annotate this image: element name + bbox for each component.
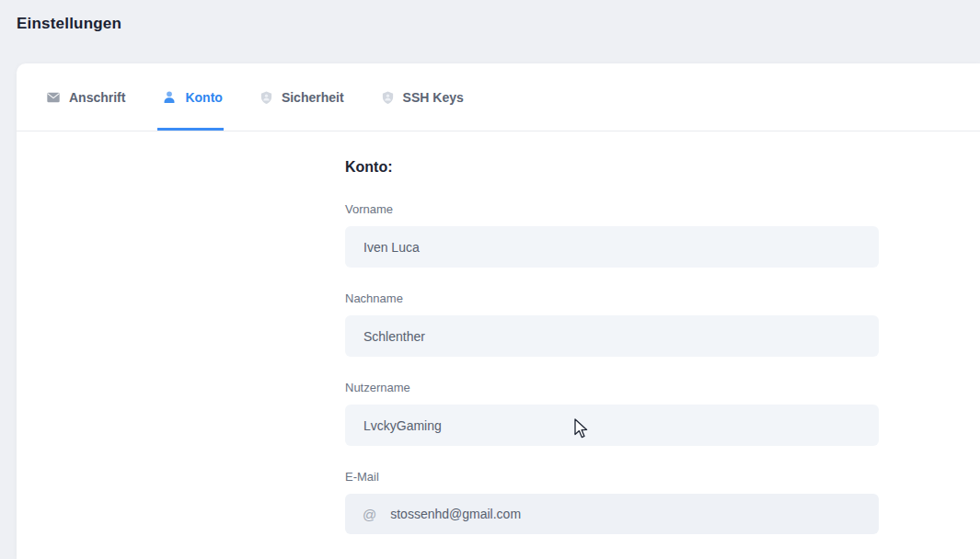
field-nachname: Nachname (345, 291, 879, 357)
konto-form: Konto: Vorname Nachname Nutzername E-Mai… (17, 131, 980, 534)
nachname-label: Nachname (345, 291, 879, 305)
page-header: Einstellungen (0, 0, 980, 46)
settings-card: Anschrift Konto (17, 63, 980, 559)
tab-label: Anschrift (69, 90, 125, 105)
field-vorname: Vorname (345, 202, 879, 268)
email-input[interactable] (376, 507, 879, 521)
shield-user-icon (381, 90, 395, 105)
tab-anschrift[interactable]: Anschrift (46, 63, 125, 131)
vorname-input[interactable] (345, 226, 879, 268)
field-nutzername: Nutzername (345, 381, 879, 446)
vorname-label: Vorname (345, 202, 879, 216)
settings-page: Einstellungen Anschrift (0, 0, 980, 559)
form-heading: Konto: (345, 159, 980, 176)
field-email: E-Mail @ (345, 470, 879, 534)
tab-konto[interactable]: Konto (162, 63, 222, 131)
tab-label: Sicherheit (282, 90, 344, 105)
nutzername-label: Nutzername (345, 381, 879, 394)
user-icon (162, 90, 177, 105)
nutzername-input[interactable] (345, 405, 879, 446)
tab-sicherheit[interactable]: Sicherheit (259, 63, 344, 131)
settings-tabbar: Anschrift Konto (17, 63, 980, 131)
tab-label: SSH Keys (403, 90, 464, 105)
at-icon: @ (363, 507, 376, 522)
page-title: Einstellungen (17, 15, 963, 33)
tab-ssh-keys[interactable]: SSH Keys (381, 63, 464, 131)
nachname-input[interactable] (345, 315, 879, 357)
tab-label: Konto (185, 90, 222, 105)
email-label: E-Mail (345, 470, 879, 484)
shield-user-icon (259, 90, 273, 105)
mail-icon (46, 90, 61, 105)
email-input-box: @ (345, 494, 879, 534)
